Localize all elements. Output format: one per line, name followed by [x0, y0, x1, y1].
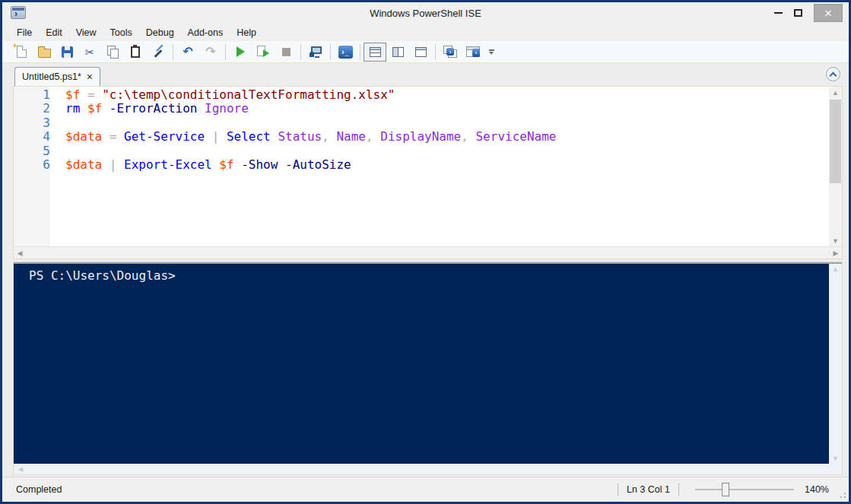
status-bar: Completed Ln 3 Col 1 140%	[2, 477, 849, 502]
powershell-console-icon: ›	[466, 46, 480, 57]
console-horizontal-scrollbar[interactable]: ◀	[14, 464, 842, 474]
line-col-indicator: Ln 3 Col 1	[627, 484, 670, 495]
overflow-chevron-icon	[489, 49, 494, 55]
zoom-slider-thumb[interactable]	[722, 483, 729, 496]
code-line[interactable]: $data = Get-Service | Select Status, Nam…	[65, 130, 829, 144]
new-remote-tab-button[interactable]	[304, 43, 327, 62]
script-pane-top-icon	[370, 47, 381, 57]
powershell-ise-window: Windows PowerShell ISE × File Edit View …	[0, 0, 851, 504]
powershell-icon: ›_	[338, 46, 353, 59]
run-selection-icon	[257, 46, 269, 58]
stop-icon	[282, 48, 291, 56]
scrollbar-thumb[interactable]	[830, 100, 841, 183]
toolbar-separator	[173, 44, 173, 60]
menu-debug[interactable]: Debug	[139, 25, 181, 40]
menu-file[interactable]: File	[10, 25, 39, 40]
remote-computer-icon	[310, 46, 322, 58]
run-script-button[interactable]	[229, 43, 252, 62]
scroll-left-icon[interactable]: ◀	[14, 247, 26, 259]
cut-button[interactable]: ✂	[78, 43, 101, 62]
menu-edit[interactable]: Edit	[39, 25, 69, 40]
window-title: Windows PowerShell ISE	[2, 8, 849, 19]
open-button[interactable]	[33, 43, 56, 62]
script-pane-max-icon	[415, 47, 427, 57]
new-script-icon	[17, 46, 27, 58]
console-pane: PS C:\Users\Douglas> ▲ ▼ ◀	[13, 262, 843, 475]
editor-gutter: 123456	[14, 87, 50, 246]
line-number: 6	[14, 158, 50, 172]
save-button[interactable]	[56, 43, 78, 62]
redo-icon: ↷	[205, 46, 215, 58]
scroll-up-icon[interactable]: ▲	[829, 264, 842, 274]
open-folder-icon	[38, 49, 51, 58]
editor-horizontal-scrollbar[interactable]: ◀ ▶	[14, 246, 842, 258]
paste-clipboard-icon	[131, 46, 140, 58]
redo-button[interactable]: ↷	[199, 43, 222, 62]
minimize-button[interactable]	[768, 5, 788, 21]
console-vertical-scrollbar[interactable]: ▲ ▼	[829, 264, 842, 464]
zoom-slider-track[interactable]	[695, 489, 794, 490]
console-output[interactable]: PS C:\Users\Douglas>	[14, 264, 829, 464]
menu-addons[interactable]: Add-ons	[181, 25, 230, 40]
collapse-script-pane-button[interactable]	[826, 67, 840, 81]
toolbar-separator	[330, 44, 331, 60]
script-pane-top-button[interactable]	[364, 43, 386, 62]
menu-bar: File Edit View Tools Debug Add-ons Help	[2, 24, 849, 41]
code-line[interactable]	[65, 144, 829, 158]
copy-button[interactable]	[101, 43, 124, 62]
code-line[interactable]	[65, 116, 829, 130]
tab-label: Untitled5.ps1*	[22, 71, 81, 82]
run-selection-button[interactable]	[252, 43, 275, 62]
toolbar-overflow-button[interactable]	[484, 43, 498, 62]
chevron-up-icon	[830, 71, 837, 79]
script-pane-right-button[interactable]	[386, 43, 409, 62]
menu-tools[interactable]: Tools	[103, 25, 139, 40]
resize-grip[interactable]	[837, 489, 846, 498]
toolbar-separator	[300, 44, 301, 60]
run-script-icon	[237, 46, 245, 57]
powershell-app-icon	[11, 6, 26, 19]
toolbar-separator	[360, 44, 360, 60]
status-separator	[678, 483, 679, 496]
new-powershell-tab-button[interactable]: ›	[439, 43, 462, 62]
powershell-console-button[interactable]: ›	[462, 43, 484, 62]
line-number: 5	[14, 144, 50, 158]
stop-operation-button[interactable]	[275, 43, 297, 62]
clear-console-icon	[152, 46, 164, 58]
script-pane-max-button[interactable]	[409, 43, 432, 62]
line-number: 1	[14, 88, 50, 102]
tab-close-icon[interactable]: ×	[87, 71, 93, 82]
toolbar-separator	[435, 44, 436, 60]
code-line[interactable]: $data | Export-Excel $f -Show -AutoSize	[65, 158, 829, 172]
status-separator	[618, 483, 618, 496]
script-editor: 123456 $f = "c:\temp\conditionalTextForm…	[13, 86, 843, 259]
zoom-slider[interactable]	[695, 483, 794, 496]
close-button[interactable]: ×	[814, 4, 843, 22]
toolbar: ✂ ↶ ↷ ›_	[2, 41, 849, 63]
zoom-percent: 140%	[805, 484, 829, 495]
scroll-left-icon[interactable]: ◀	[15, 464, 26, 474]
scroll-down-icon[interactable]: ▼	[829, 235, 842, 246]
line-number: 3	[14, 116, 50, 130]
editor-vertical-scrollbar[interactable]: ▲ ▼	[829, 87, 842, 246]
menu-help[interactable]: Help	[230, 25, 263, 40]
code-line[interactable]: rm $f -ErrorAction Ignore	[65, 102, 829, 116]
menu-view[interactable]: View	[69, 25, 103, 40]
new-script-button[interactable]	[10, 43, 33, 62]
save-floppy-icon	[62, 46, 73, 58]
code-line[interactable]: $f = "c:\temp\conditionalTextFormatting.…	[65, 88, 829, 102]
tab-untitled5[interactable]: Untitled5.ps1* ×	[14, 67, 100, 86]
undo-icon: ↶	[183, 46, 192, 58]
undo-button[interactable]: ↶	[176, 43, 199, 62]
clear-console-button[interactable]	[147, 43, 170, 62]
console-prompt: PS C:\Users\Douglas>	[29, 268, 176, 283]
maximize-button[interactable]	[788, 5, 808, 21]
tab-row: Untitled5.ps1* ×	[13, 66, 843, 86]
cut-scissors-icon: ✂	[85, 46, 95, 58]
editor-code[interactable]: $f = "c:\temp\conditionalTextFormatting.…	[50, 87, 829, 246]
paste-button[interactable]	[124, 43, 147, 62]
scroll-right-icon[interactable]: ▶	[830, 247, 842, 259]
scroll-up-icon[interactable]: ▲	[829, 87, 842, 98]
start-powershell-button[interactable]: ›_	[334, 43, 357, 62]
scroll-down-icon[interactable]: ▼	[829, 453, 842, 464]
